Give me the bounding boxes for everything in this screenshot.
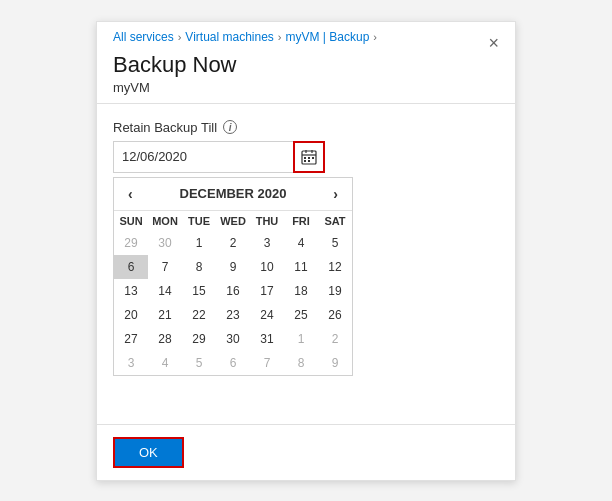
calendar-day[interactable]: 2 [318, 327, 352, 351]
calendar-day[interactable]: 16 [216, 279, 250, 303]
calendar-day[interactable]: 9 [216, 255, 250, 279]
calendar-grid: SUNMONTUEWEDTHUFRISAT 293012345678910111… [114, 211, 352, 375]
cal-day-header: SUN [114, 211, 148, 231]
calendar-week-row: 272829303112 [114, 327, 352, 351]
cal-day-header: THU [250, 211, 284, 231]
svg-rect-4 [304, 157, 306, 159]
calendar-day[interactable]: 5 [318, 231, 352, 255]
calendar-header: ‹ DECEMBER 2020 › [114, 178, 352, 211]
calendar-day[interactable]: 3 [250, 231, 284, 255]
calendar-day[interactable]: 29 [114, 231, 148, 255]
panel-footer: OK [97, 424, 515, 480]
calendar-day[interactable]: 26 [318, 303, 352, 327]
breadcrumb-sep-3: › [373, 31, 377, 43]
calendar-day[interactable]: 6 [216, 351, 250, 375]
breadcrumb-all-services[interactable]: All services [113, 30, 174, 44]
calendar-prev-button[interactable]: ‹ [122, 184, 139, 204]
svg-rect-7 [304, 160, 306, 162]
breadcrumb-sep-2: › [278, 31, 282, 43]
calendar-day[interactable]: 17 [250, 279, 284, 303]
svg-rect-5 [308, 157, 310, 159]
calendar-week-row: 6789101112 [114, 255, 352, 279]
calendar-day[interactable]: 31 [250, 327, 284, 351]
calendar-day[interactable]: 5 [182, 351, 216, 375]
date-input-row [113, 141, 499, 173]
panel-body: Retain Backup Till i [97, 104, 515, 424]
calendar-day[interactable]: 7 [148, 255, 182, 279]
calendar-day[interactable]: 8 [284, 351, 318, 375]
calendar-day[interactable]: 20 [114, 303, 148, 327]
calendar-body: 2930123456789101112131415161718192021222… [114, 231, 352, 375]
calendar-day[interactable]: 27 [114, 327, 148, 351]
calendar-day[interactable]: 9 [318, 351, 352, 375]
calendar-day[interactable]: 24 [250, 303, 284, 327]
calendar-day[interactable]: 29 [182, 327, 216, 351]
calendar-day[interactable]: 19 [318, 279, 352, 303]
calendar-day[interactable]: 14 [148, 279, 182, 303]
close-button[interactable]: × [484, 30, 503, 56]
calendar-week-row: 13141516171819 [114, 279, 352, 303]
calendar: ‹ DECEMBER 2020 › SUNMONTUEWEDTHUFRISAT … [113, 177, 353, 376]
calendar-toggle-button[interactable] [293, 141, 325, 173]
calendar-day[interactable]: 18 [284, 279, 318, 303]
calendar-week-row: 3456789 [114, 351, 352, 375]
backup-now-panel: All services › Virtual machines › myVM |… [96, 21, 516, 481]
cal-day-header: MON [148, 211, 182, 231]
calendar-week-row: 293012345 [114, 231, 352, 255]
panel-header: Backup Now myVM [97, 48, 515, 103]
calendar-day[interactable]: 28 [148, 327, 182, 351]
cal-day-header: FRI [284, 211, 318, 231]
calendar-day[interactable]: 12 [318, 255, 352, 279]
panel-subtitle: myVM [113, 80, 499, 95]
date-input[interactable] [113, 141, 293, 173]
retain-label: Retain Backup Till i [113, 120, 499, 135]
calendar-day[interactable]: 10 [250, 255, 284, 279]
calendar-day[interactable]: 2 [216, 231, 250, 255]
calendar-next-button[interactable]: › [327, 184, 344, 204]
breadcrumb-sep-1: › [178, 31, 182, 43]
calendar-day[interactable]: 22 [182, 303, 216, 327]
breadcrumb: All services › Virtual machines › myVM |… [97, 22, 515, 48]
calendar-day[interactable]: 13 [114, 279, 148, 303]
panel-title: Backup Now [113, 52, 499, 78]
cal-day-header: WED [216, 211, 250, 231]
calendar-icon [301, 149, 317, 165]
retain-label-text: Retain Backup Till [113, 120, 217, 135]
calendar-day[interactable]: 1 [182, 231, 216, 255]
calendar-day[interactable]: 15 [182, 279, 216, 303]
calendar-week-row: 20212223242526 [114, 303, 352, 327]
cal-day-header: TUE [182, 211, 216, 231]
calendar-day[interactable]: 25 [284, 303, 318, 327]
calendar-day-headers: SUNMONTUEWEDTHUFRISAT [114, 211, 352, 231]
calendar-day[interactable]: 11 [284, 255, 318, 279]
calendar-day[interactable]: 30 [216, 327, 250, 351]
calendar-day[interactable]: 8 [182, 255, 216, 279]
calendar-month-year: DECEMBER 2020 [180, 186, 287, 201]
calendar-day[interactable]: 7 [250, 351, 284, 375]
svg-rect-8 [308, 160, 310, 162]
svg-rect-6 [312, 157, 314, 159]
info-icon: i [223, 120, 237, 134]
ok-button[interactable]: OK [113, 437, 184, 468]
cal-day-header: SAT [318, 211, 352, 231]
calendar-day[interactable]: 4 [284, 231, 318, 255]
breadcrumb-virtual-machines[interactable]: Virtual machines [185, 30, 274, 44]
calendar-day[interactable]: 3 [114, 351, 148, 375]
calendar-day[interactable]: 23 [216, 303, 250, 327]
calendar-day[interactable]: 4 [148, 351, 182, 375]
calendar-day[interactable]: 21 [148, 303, 182, 327]
calendar-day[interactable]: 6 [114, 255, 148, 279]
breadcrumb-myvm-backup[interactable]: myVM | Backup [286, 30, 370, 44]
calendar-day[interactable]: 30 [148, 231, 182, 255]
calendar-day[interactable]: 1 [284, 327, 318, 351]
